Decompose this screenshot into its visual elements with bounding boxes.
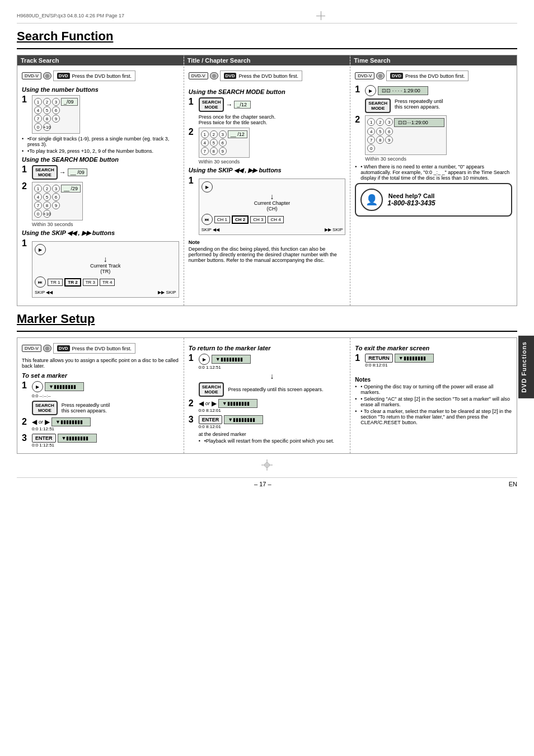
arrow-left-marker: ◀ [32, 418, 37, 426]
track-note-2: •To play track 29, press +10, 2, 9 of th… [22, 148, 179, 154]
search-mode-row-1: SEARCHMODE → __ /09 [32, 165, 87, 180]
tr2: TR 2 [64, 278, 81, 287]
track-search-mode-step-2: 2 1 2 3 __ /29 4 5 6 [22, 182, 179, 227]
num-7: 7 [34, 115, 42, 123]
num-8: 8 [43, 115, 51, 123]
return-playback-note: •Playback will restart from the specific… [199, 438, 346, 444]
marker-dvd-press: DVD Press the DVD button first. [53, 343, 135, 354]
arrow-down-chapter: ↓ [202, 192, 343, 200]
marker-set-step-3: 3 ENTER ▼▮▮▮▮▮▮▮▮ 0:0 1:12:51 [22, 434, 179, 448]
num-9b: 9 [52, 201, 60, 209]
title-search-row-1: SEARCHMODE → _/12 [199, 97, 251, 112]
num-7b: 7 [34, 201, 42, 209]
dvd-icon-3: DVD [390, 73, 403, 79]
current-chapter-label: Current Chapter [202, 200, 343, 206]
marker-search-mode-row: SEARCHMODE Press repeatedly until this s… [32, 401, 110, 415]
marker-press-repeatedly: Press repeatedly until this screen appea… [62, 402, 110, 414]
search-mode-btn-return: SEARCHMODE [199, 382, 224, 397]
num-5d: 5 [376, 128, 384, 135]
help-box: 👤 Need help? Call 1-800-813-3435 [355, 183, 512, 217]
to-return-marker-heading: To return to the marker later [189, 345, 346, 351]
page-footer: – 17 – EN [17, 477, 517, 487]
marker-return-display-1: ▼▮▮▮▮▮▮▮▮ [212, 355, 251, 364]
num-2b: 2 [43, 185, 51, 192]
current-track-label: Current Track [35, 263, 176, 269]
marker-return-display-3: ▼▮▮▮▮▮▮▮▮ [224, 415, 263, 424]
dvd-press-box: DVD Press the DVD button first. [53, 71, 135, 81]
num-2d: 2 [376, 118, 384, 126]
mexit-step-1-num: 1 [355, 354, 363, 363]
time-step-1-content: ▶ ⊡⊡ · · · · 1:29:00 SEARCHMODE Press re… [365, 85, 512, 113]
num-3c: 3 [219, 130, 227, 138]
num-1d: 1 [367, 118, 375, 126]
numpad-title: 1 2 3 __ /12 4 5 6 7 8 [199, 128, 250, 158]
bottom-crosshair-container [17, 459, 517, 472]
marker-exit-row: RETURN ▼▮▮▮▮▮▮▮▮ [365, 354, 434, 363]
mret-step-2-num: 2 [189, 399, 196, 408]
arrow-down-return: ↓ [199, 372, 346, 380]
smode-step-2-content: 1 2 3 __ /29 4 5 6 7 8 [32, 182, 179, 227]
marker-display-time-1: 0:0 --:--:-- [32, 393, 179, 398]
help-icon: 👤 [360, 189, 383, 211]
marker-dvd-icon: DVD-V [22, 345, 41, 352]
mset-step-3-num: 3 [22, 434, 30, 443]
marker-return-display-2: ▼▮▮▮▮▮▮▮▮ [218, 399, 257, 408]
marker-return-time-1: 0:0 1:12:51 [199, 365, 346, 370]
marker-exit-display: ▼▮▮▮▮▮▮▮▮ [395, 354, 434, 363]
remote-icon-2: ◎ [210, 72, 218, 79]
num-7d: 7 [367, 136, 375, 144]
marker-return-time-2: 0:0 8:12:01 [199, 408, 346, 413]
dvd-functions-tab: DVD Functions [518, 336, 534, 398]
marker-dvd-press-text: Press the DVD button first. [72, 346, 132, 351]
within-30-track: Within 30 seconds [32, 222, 179, 227]
help-phone: 1-800-813-3435 [387, 199, 435, 207]
num-8b: 8 [43, 201, 51, 209]
marker-exit-time: 0:0 8:12:01 [365, 363, 512, 368]
num-9: 9 [52, 115, 60, 123]
marker-set-column: DVD-V ◎ DVD Press the DVD button first. … [17, 338, 184, 453]
title-step-2: 2 1 2 3 __ /12 4 5 6 [189, 128, 346, 165]
play-btn-return: ▶ [199, 354, 210, 365]
num-9c: 9 [219, 147, 227, 155]
press-once-text: Press once for the chapter search. [199, 114, 346, 120]
track-step-1: 1 1 2 3 _/09 4 5 6 [22, 95, 179, 134]
enter-btn-return: ENTER [199, 415, 223, 424]
title-step-2-content: 1 2 3 __ /12 4 5 6 7 8 [199, 128, 346, 165]
time-search-header: Time Search [350, 55, 517, 65]
arrow-right-return: ▶ [212, 400, 217, 407]
dvd-player-icon-2: DVD-V [189, 72, 208, 79]
marker-icons: DVD-V ◎ [22, 345, 51, 352]
num-4d: 4 [367, 128, 375, 135]
dvd-press-text-3: Press the DVD button first. [405, 73, 465, 79]
title-chapter-header: Title / Chapter Search [184, 55, 350, 65]
tr-label: (TR) [35, 269, 176, 274]
marker-return-row-2: ◀ or ▶ ▼▮▮▮▮▮▮▮▮ [199, 399, 257, 408]
chapter-display-2: __ /12 [228, 130, 247, 138]
using-skip-heading-title: Using the SKIP ◀◀ , ▶▶ buttons [189, 167, 346, 174]
return-btn-exit: RETURN [365, 354, 393, 363]
dvd-player-icon-3: DVD-V [355, 72, 374, 79]
skip-step-1-content: ▶ ↓ Current Track (TR) ⏭ TR 1 TR 2 TR 3 … [32, 239, 179, 300]
track-search-header: Track Search [17, 55, 184, 65]
section-divider [17, 48, 517, 49]
title-step-1: 1 SEARCHMODE → _/12 Press once for the c… [189, 97, 346, 125]
marker-return-step-3: 3 ENTER ▼▮▮▮▮▮▮▮▮ 0:0 8:12:01 at the des… [189, 415, 346, 445]
skip-fwd-btn: ⏭ [35, 276, 46, 288]
skip-left-label-track: SKIP ◀◀ [35, 290, 53, 295]
title-chapter-search-column: Title / Chapter Search DVD-V ◎ DVD Press… [184, 55, 351, 306]
search-mode-btn-1: SEARCHMODE [32, 165, 58, 180]
marker-exit-step-1: 1 RETURN ▼▮▮▮▮▮▮▮▮ 0:0 8:12:01 [355, 354, 512, 368]
chapter-diagram: ▶ ↓ Current Chapter (CH) ⏭ CH 1 CH 2 CH … [199, 179, 346, 235]
search-mode-row-time: SEARCHMODE Press repeatedly until this s… [365, 98, 512, 113]
title-step-1-num: 1 [189, 97, 196, 106]
marker-return-time-3: 0:0 8:12:01 [199, 424, 346, 429]
ch2: CH 2 [232, 215, 249, 224]
press-twice-text: Press twice for the title search. [199, 120, 346, 125]
marker-return-enter-row: ENTER ▼▮▮▮▮▮▮▮▮ [199, 415, 264, 424]
play-btn-track: ▶ [35, 244, 46, 255]
at-desired-marker: at the desired marker [199, 431, 346, 437]
mret-step-1-content: ▶ ▼▮▮▮▮▮▮▮▮ 0:0 1:12:51 ↓ SEARCHMODE Pre… [199, 354, 346, 397]
marker-note-3: • To clear a marker, select the marker t… [355, 408, 512, 425]
marker-display-3: ▼▮▮▮▮▮▮▮▮ [58, 434, 97, 443]
marker-dvd-badge: DVD [57, 345, 70, 351]
